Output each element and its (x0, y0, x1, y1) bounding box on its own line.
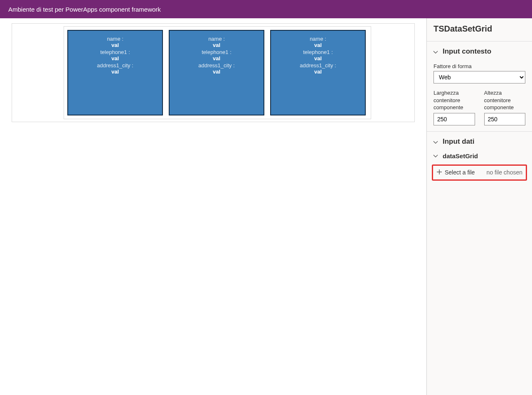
field-value-telephone: val (271, 55, 365, 61)
field-value-telephone: val (170, 55, 264, 61)
field-value-name: val (68, 42, 162, 48)
app-header: Ambiente di test per PowerApps component… (0, 0, 532, 18)
chevron-down-icon (433, 49, 438, 54)
width-label: Larghezza contenitore componente (433, 89, 475, 111)
data-card[interactable]: name : val telephone1 : val address1_cit… (67, 30, 163, 115)
field-label-name: name : (68, 36, 162, 42)
select-file-label: Select a file (445, 169, 475, 176)
select-file-button[interactable]: Select a file no file chosen (432, 164, 527, 181)
field-label-city: address1_city : (170, 62, 264, 69)
form-factor-label: Fattore di forma (433, 63, 525, 69)
field-label-telephone: telephone1 : (271, 49, 365, 55)
main-area: name : val telephone1 : val address1_cit… (0, 18, 532, 395)
field-value-city: val (271, 69, 365, 75)
height-label: Altezza contenitore componente (484, 89, 526, 111)
component-outer: name : val telephone1 : val address1_cit… (12, 23, 415, 122)
section-label-context: Input contesto (443, 47, 491, 56)
plus-icon (436, 169, 442, 176)
field-label-name: name : (271, 36, 365, 42)
width-input[interactable] (433, 113, 475, 125)
dataset-toggle[interactable]: dataSetGrid (427, 149, 532, 162)
field-value-city: val (170, 69, 264, 75)
field-label-telephone: telephone1 : (68, 49, 162, 55)
height-input[interactable] (484, 113, 526, 125)
field-label-city: address1_city : (68, 62, 162, 69)
field-value-telephone: val (68, 55, 162, 61)
section-data-toggle[interactable]: Input dati (427, 132, 532, 149)
chevron-down-icon (433, 153, 438, 159)
data-card[interactable]: name : val telephone1 : val address1_cit… (169, 30, 264, 115)
section-label-data: Input dati (443, 137, 474, 146)
section-context-toggle[interactable]: Input contesto (427, 42, 532, 59)
form-factor-select[interactable]: Web (433, 71, 525, 83)
field-label-name: name : (170, 36, 264, 42)
field-value-city: val (68, 69, 162, 75)
field-label-city: address1_city : (271, 62, 365, 69)
field-value-name: val (271, 42, 365, 48)
dataset-label: dataSetGrid (443, 152, 478, 159)
canvas: name : val telephone1 : val address1_cit… (0, 18, 426, 395)
chevron-down-icon (433, 139, 438, 145)
no-file-label: no file chosen (487, 169, 522, 176)
sidebar-panel: TSDataSetGrid Input contesto Fattore di … (426, 18, 532, 395)
data-card[interactable]: name : val telephone1 : val address1_cit… (270, 30, 366, 115)
component-name: TSDataSetGrid (427, 18, 532, 42)
app-title: Ambiente di test per PowerApps component… (8, 6, 161, 13)
field-value-name: val (170, 42, 264, 48)
grid-container: name : val telephone1 : val address1_cit… (64, 26, 371, 119)
field-label-telephone: telephone1 : (170, 49, 264, 55)
section-context-body: Fattore di forma Web Larghezza contenito… (427, 59, 532, 131)
